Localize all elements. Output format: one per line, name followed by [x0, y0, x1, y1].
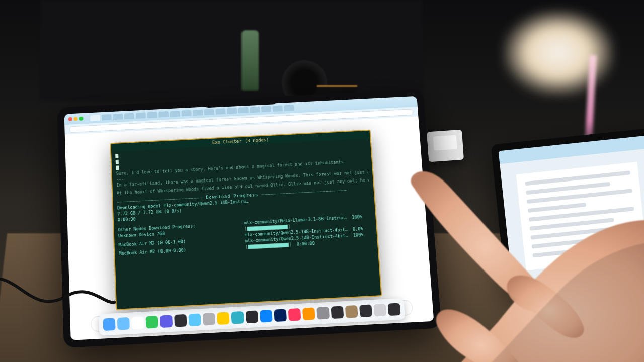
secondary-tablet	[491, 128, 644, 295]
doc-line	[531, 239, 590, 249]
browser-tab[interactable]	[102, 114, 112, 121]
browser-tab[interactable]	[90, 115, 100, 121]
dock-app-icon[interactable]	[345, 305, 358, 318]
browser-tab[interactable]	[250, 107, 260, 113]
dock-app-icon[interactable]	[246, 310, 259, 323]
dock-app-icon[interactable]	[331, 306, 344, 319]
browser-tab[interactable]	[158, 111, 169, 118]
traffic-close-icon[interactable]	[68, 117, 72, 121]
browser-tab[interactable]	[215, 108, 225, 115]
dock-app-icon[interactable]	[174, 314, 187, 327]
browser-tab[interactable]	[273, 105, 283, 112]
dock-app-icon[interactable]	[217, 312, 229, 325]
tablet-document	[516, 162, 644, 270]
dock-app-icon[interactable]	[131, 316, 144, 329]
dock-app-icon[interactable]	[359, 304, 372, 317]
dock-app-icon[interactable]	[160, 315, 173, 328]
browser-tab[interactable]	[181, 110, 191, 117]
browser-tab[interactable]	[193, 110, 203, 116]
dock-app-icon[interactable]	[373, 304, 386, 317]
dock-app-icon[interactable]	[203, 313, 215, 326]
laptop-display: Exo Cluster (3 nodes) Sure, I'd love to …	[64, 96, 434, 340]
browser-tab[interactable]	[284, 105, 294, 111]
terminal-body[interactable]: Sure, I'd love to tell you a story. Here…	[115, 141, 376, 305]
browser-tab[interactable]	[170, 111, 180, 117]
spray-bottle	[242, 30, 259, 90]
browser-tab[interactable]	[261, 106, 271, 113]
photo-scene: Exo Cluster (3 nodes) Sure, I'd love to …	[0, 0, 644, 362]
dock-app-icon[interactable]	[145, 316, 158, 329]
dock-app-icon[interactable]	[388, 303, 401, 316]
browser-tab[interactable]	[136, 112, 146, 119]
browser-tab[interactable]	[147, 112, 157, 118]
doc-line	[525, 170, 630, 186]
browser-tab[interactable]	[113, 114, 123, 120]
browser-tab[interactable]	[204, 109, 214, 115]
terminal-window[interactable]: Exo Cluster (3 nodes) Sure, I'd love to …	[110, 130, 382, 310]
dock-app-icon[interactable]	[188, 313, 201, 326]
dock-app-icon[interactable]	[231, 311, 244, 324]
tablet-tabbar	[499, 135, 644, 164]
terminal-title: Exo Cluster (3 nodes)	[212, 137, 269, 145]
softbox-light	[503, 10, 614, 96]
browser-tab[interactable]	[227, 108, 237, 114]
traffic-max-icon[interactable]	[79, 117, 83, 121]
browser-tab[interactable]	[124, 113, 134, 120]
traffic-min-icon[interactable]	[74, 117, 78, 121]
dock-app-icon[interactable]	[316, 307, 330, 320]
dock-app-icon[interactable]	[302, 307, 315, 320]
browser-tab[interactable]	[238, 107, 249, 114]
white-device	[427, 130, 464, 162]
doc-line	[528, 203, 586, 213]
shelf	[40, 0, 423, 101]
dock-app-icon[interactable]	[288, 308, 301, 321]
tablet-screen	[499, 135, 644, 287]
cable	[0, 261, 116, 322]
dock-app-icon[interactable]	[117, 317, 130, 330]
dock-app-icon[interactable]	[274, 309, 287, 322]
dock-app-icon[interactable]	[260, 310, 273, 323]
